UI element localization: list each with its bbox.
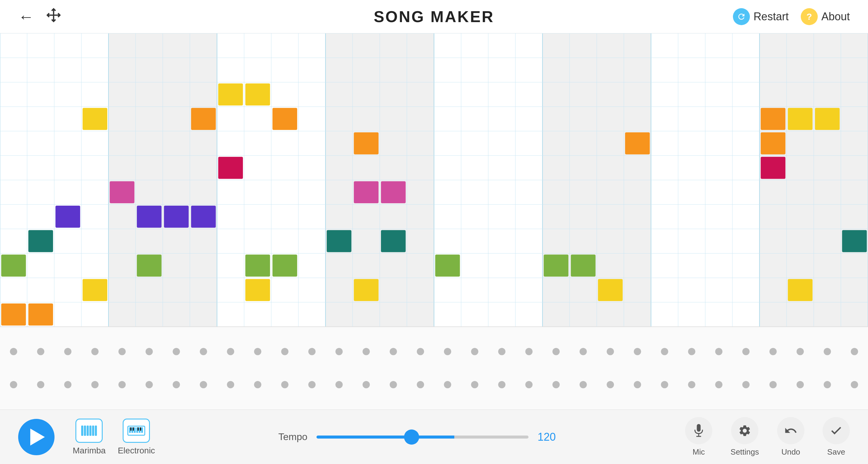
svg-point-153 <box>824 381 831 388</box>
svg-point-151 <box>797 381 804 388</box>
svg-rect-84 <box>354 279 379 301</box>
svg-point-137 <box>607 381 614 388</box>
svg-rect-80 <box>544 255 568 277</box>
electronic-icon <box>123 419 150 443</box>
svg-point-92 <box>10 348 17 355</box>
svg-point-144 <box>715 348 722 355</box>
svg-point-109 <box>227 381 234 388</box>
header-left: ← <box>18 7 61 26</box>
svg-point-111 <box>254 381 261 388</box>
svg-point-155 <box>851 381 858 388</box>
svg-rect-90 <box>842 230 867 252</box>
svg-rect-168 <box>141 427 143 433</box>
svg-rect-58 <box>191 108 216 130</box>
footer: Marimba Electronic <box>0 409 868 464</box>
svg-point-94 <box>37 348 44 355</box>
svg-point-119 <box>363 381 370 388</box>
svg-point-108 <box>227 348 234 355</box>
move-button[interactable] <box>46 7 61 26</box>
svg-point-146 <box>742 348 750 355</box>
svg-point-114 <box>308 348 316 355</box>
svg-rect-64 <box>761 157 786 179</box>
restart-button[interactable]: Restart <box>733 8 789 25</box>
svg-point-103 <box>146 381 153 388</box>
grid-svg <box>0 33 868 409</box>
svg-rect-158 <box>87 426 89 436</box>
svg-rect-156 <box>81 426 83 436</box>
svg-point-121 <box>390 381 397 388</box>
svg-point-154 <box>851 348 858 355</box>
svg-point-139 <box>634 381 641 388</box>
svg-point-133 <box>552 381 560 388</box>
svg-point-99 <box>91 381 98 388</box>
svg-rect-78 <box>273 255 298 277</box>
svg-point-98 <box>91 348 98 355</box>
svg-point-96 <box>64 348 71 355</box>
tempo-slider[interactable] <box>316 436 528 438</box>
svg-point-132 <box>552 348 560 355</box>
svg-rect-57 <box>815 108 840 130</box>
svg-point-115 <box>308 381 316 388</box>
svg-rect-69 <box>137 206 162 228</box>
svg-point-147 <box>742 381 750 388</box>
undo-button[interactable]: Undo <box>777 417 804 457</box>
svg-rect-171 <box>137 427 139 431</box>
svg-point-150 <box>797 348 804 355</box>
svg-point-107 <box>200 381 207 388</box>
svg-point-126 <box>471 348 478 355</box>
settings-button[interactable]: Settings <box>731 417 759 457</box>
svg-rect-66 <box>354 181 379 203</box>
svg-rect-52 <box>0 327 868 409</box>
svg-rect-77 <box>245 255 270 277</box>
svg-point-122 <box>417 348 424 355</box>
play-icon <box>30 429 45 445</box>
svg-rect-72 <box>28 230 53 252</box>
svg-point-110 <box>254 348 261 355</box>
instrument-electronic[interactable]: Electronic <box>118 419 155 456</box>
undo-icon <box>777 417 804 444</box>
play-button[interactable] <box>18 419 55 455</box>
svg-rect-73 <box>327 230 352 252</box>
grid-container[interactable] <box>0 33 868 409</box>
svg-point-120 <box>390 348 397 355</box>
settings-label: Settings <box>731 447 759 457</box>
page-title: SONG MAKER <box>374 7 494 26</box>
svg-rect-173 <box>697 424 701 432</box>
svg-point-143 <box>688 381 695 388</box>
svg-rect-160 <box>92 426 94 436</box>
svg-point-129 <box>498 381 505 388</box>
svg-rect-75 <box>1 255 26 277</box>
back-button[interactable]: ← <box>18 9 34 25</box>
svg-point-101 <box>118 381 126 388</box>
svg-point-148 <box>770 348 777 355</box>
svg-point-145 <box>715 381 722 388</box>
svg-rect-159 <box>89 426 91 436</box>
svg-rect-65 <box>110 181 134 203</box>
svg-rect-61 <box>625 132 650 154</box>
svg-point-152 <box>824 348 831 355</box>
svg-rect-88 <box>788 108 813 130</box>
mic-button[interactable]: Mic <box>685 417 712 457</box>
save-icon <box>823 417 850 444</box>
save-button[interactable]: Save <box>823 417 850 457</box>
undo-label: Undo <box>781 447 800 457</box>
right-controls: Mic Settings Undo Sa <box>685 417 850 457</box>
svg-rect-83 <box>245 279 270 301</box>
svg-point-102 <box>146 348 153 355</box>
svg-point-138 <box>634 348 641 355</box>
svg-point-135 <box>580 381 587 388</box>
svg-rect-71 <box>191 206 216 228</box>
svg-rect-170 <box>133 427 134 431</box>
svg-rect-91 <box>788 279 813 301</box>
svg-point-140 <box>661 348 668 355</box>
about-button[interactable]: ? About <box>801 8 850 25</box>
instrument-marimba[interactable]: Marimba <box>73 419 106 456</box>
svg-rect-79 <box>435 255 460 277</box>
svg-point-124 <box>444 348 451 355</box>
svg-point-130 <box>525 348 532 355</box>
about-icon: ? <box>801 8 818 25</box>
svg-point-136 <box>607 348 614 355</box>
svg-rect-70 <box>164 206 189 228</box>
header: ← SONG MAKER Restart ? About <box>0 0 868 33</box>
svg-point-117 <box>336 381 343 388</box>
